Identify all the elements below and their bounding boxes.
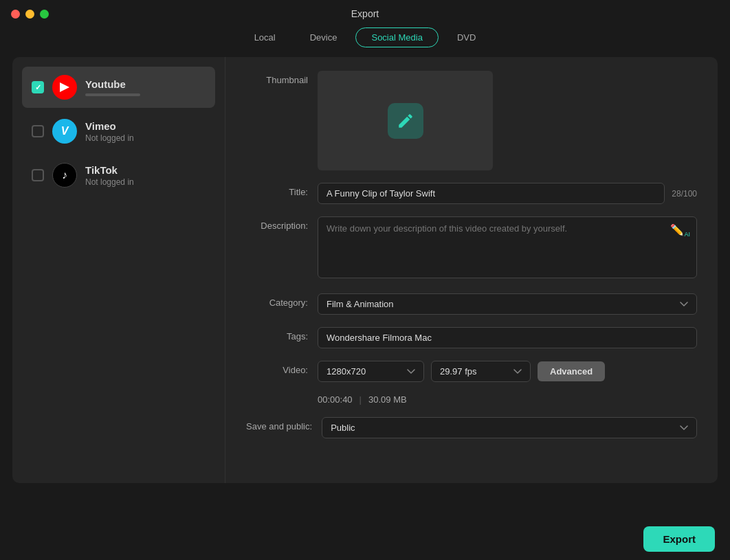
save-public-select[interactable]: Public Private Unlisted bbox=[322, 417, 697, 438]
tab-dvd[interactable]: DVD bbox=[441, 27, 491, 47]
tab-social-media[interactable]: Social Media bbox=[355, 27, 438, 47]
save-public-label: Save and public: bbox=[246, 417, 312, 432]
bottom-bar: Export bbox=[0, 518, 730, 560]
ai-icon[interactable]: ✏️AI bbox=[670, 223, 690, 238]
vimeo-status: Not logged in bbox=[85, 133, 206, 143]
file-info-row: 00:00:40 | 30.09 MB bbox=[246, 394, 697, 405]
titlebar: Export bbox=[0, 0, 730, 27]
thumbnail-row: Thumbnail bbox=[246, 71, 697, 170]
thumbnail-label: Thumbnail bbox=[246, 71, 308, 85]
right-panel: Thumbnail Title: 28/100 Description: bbox=[225, 57, 718, 483]
window-controls bbox=[11, 10, 49, 19]
category-row: Category: Film & Animation Music Comedy … bbox=[246, 293, 697, 315]
youtube-name: Youtube bbox=[85, 78, 206, 90]
tiktok-checkbox[interactable] bbox=[32, 169, 44, 181]
video-controls: 1280x720 1920x1080 854x480 29.97 fps 24 … bbox=[318, 361, 697, 382]
platform-item-youtube[interactable]: Youtube bbox=[22, 67, 215, 108]
title-input-wrapper: 28/100 bbox=[318, 183, 697, 204]
category-select[interactable]: Film & Animation Music Comedy Entertainm… bbox=[318, 293, 697, 315]
minimize-button[interactable] bbox=[25, 10, 34, 19]
vimeo-checkbox[interactable] bbox=[32, 125, 44, 137]
vimeo-name: Vimeo bbox=[85, 120, 206, 132]
title-label: Title: bbox=[246, 183, 308, 197]
description-row: Description: ✏️AI bbox=[246, 216, 697, 281]
vimeo-info: Vimeo Not logged in bbox=[85, 120, 206, 143]
tiktok-info: TikTok Not logged in bbox=[85, 164, 206, 187]
tab-local[interactable]: Local bbox=[239, 27, 291, 47]
advanced-button[interactable]: Advanced bbox=[538, 361, 605, 381]
youtube-info: Youtube bbox=[85, 78, 206, 96]
export-button[interactable]: Export bbox=[643, 526, 715, 552]
youtube-play-icon bbox=[60, 82, 69, 92]
video-row: Video: 1280x720 1920x1080 854x480 29.97 … bbox=[246, 361, 697, 382]
tags-label: Tags: bbox=[246, 327, 308, 341]
main-container: Youtube V Vimeo Not logged in ♪ TikTok N… bbox=[12, 57, 718, 483]
window-title: Export bbox=[351, 8, 379, 19]
save-public-row: Save and public: Public Private Unlisted bbox=[246, 417, 697, 438]
tab-bar: Local Device Social Media DVD bbox=[0, 27, 730, 47]
maximize-button[interactable] bbox=[40, 10, 49, 19]
title-input[interactable] bbox=[318, 183, 665, 204]
tiktok-name: TikTok bbox=[85, 164, 206, 176]
title-row: Title: 28/100 bbox=[246, 183, 697, 204]
youtube-checkbox[interactable] bbox=[32, 81, 44, 93]
tab-device[interactable]: Device bbox=[294, 27, 353, 47]
platform-item-vimeo[interactable]: V Vimeo Not logged in bbox=[22, 111, 215, 152]
file-size-value: 30.09 MB bbox=[368, 394, 407, 405]
resolution-select[interactable]: 1280x720 1920x1080 854x480 bbox=[318, 361, 424, 382]
description-textarea[interactable] bbox=[318, 216, 697, 278]
tiktok-status: Not logged in bbox=[85, 177, 206, 187]
description-label: Description: bbox=[246, 216, 308, 231]
youtube-icon bbox=[52, 75, 77, 100]
thumbnail-upload-area[interactable] bbox=[318, 71, 493, 170]
title-char-count: 28/100 bbox=[672, 189, 697, 199]
vimeo-icon: V bbox=[52, 119, 77, 144]
description-wrapper: ✏️AI bbox=[318, 216, 697, 281]
tags-row: Tags: bbox=[246, 327, 697, 348]
youtube-progress-bar bbox=[85, 93, 140, 96]
file-divider: | bbox=[360, 394, 362, 405]
platform-item-tiktok[interactable]: ♪ TikTok Not logged in bbox=[22, 155, 215, 196]
tags-input[interactable] bbox=[318, 327, 697, 348]
category-label: Category: bbox=[246, 293, 308, 308]
platform-list: Youtube V Vimeo Not logged in ♪ TikTok N… bbox=[12, 57, 225, 483]
tiktok-icon: ♪ bbox=[52, 163, 77, 188]
duration-value: 00:00:40 bbox=[318, 394, 353, 405]
thumbnail-edit-icon bbox=[388, 103, 423, 139]
fps-select[interactable]: 29.97 fps 24 fps 30 fps 60 fps bbox=[431, 361, 531, 382]
video-label: Video: bbox=[246, 361, 308, 375]
close-button[interactable] bbox=[11, 10, 20, 19]
